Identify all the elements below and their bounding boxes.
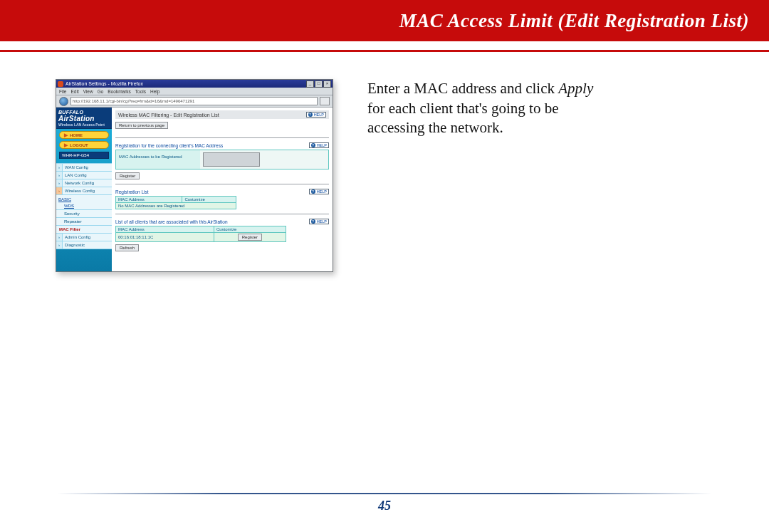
associated-clients-table: MAC Address Customize 00:16:01:18:11:1C … [115, 226, 286, 242]
table-row: 00:16:01:18:11:1C Register [116, 233, 286, 242]
help-button[interactable]: ? HELP [306, 112, 326, 118]
brand-sub: Wireless LAN Access Point [58, 122, 110, 127]
home-label: HOME [70, 133, 83, 137]
content-title: Wireless MAC Filtering - Edit Registrati… [118, 113, 219, 118]
close-button[interactable]: × [323, 80, 331, 88]
sidebar-item-repeater[interactable]: Repeater [56, 218, 112, 226]
arrow-icon: ▶ [64, 142, 68, 147]
sidebar-item-network[interactable]: › Network Config [56, 179, 112, 187]
help-button[interactable]: ? HELP [309, 219, 329, 224]
help-button[interactable]: ? HELP [309, 142, 329, 148]
sidebar-group-basic: BASIC [56, 195, 112, 202]
menu-edit[interactable]: Edit [70, 89, 78, 94]
sidebar-item-label: Wireless Config [63, 187, 112, 194]
chevron-right-icon: › [56, 164, 63, 171]
sidebar-item-lan[interactable]: › LAN Config [56, 172, 112, 179]
instruction-line1a: Enter a MAC address and click [367, 80, 558, 97]
menu-tools[interactable]: Tools [135, 89, 146, 94]
sidebar-menu: › WAN Config › LAN Config › Network Conf… [56, 163, 112, 249]
help-button[interactable]: ? HELP [309, 189, 329, 194]
minimize-button[interactable]: _ [306, 80, 314, 88]
col-customize: Customize [182, 197, 236, 203]
sidebar-item-label: Admin Config [63, 234, 112, 241]
page-heading: MAC Access Limit (Edit Registration List… [399, 10, 749, 32]
globe-icon [59, 97, 68, 106]
sidebar-item-label: LAN Config [63, 172, 112, 179]
row-register-button[interactable]: Register [238, 234, 262, 241]
sidebar-item-admin[interactable]: › Admin Config [56, 234, 112, 241]
instruction-em: Apply [558, 80, 593, 97]
firefox-icon [58, 81, 63, 87]
register-row: MAC Addresses to be Registered [115, 150, 329, 169]
address-bar: http://192.168.11.1/cgi-bin/cgi?req=frm&… [56, 95, 333, 108]
help-label: HELP [317, 189, 327, 194]
content-title-bar: Wireless MAC Filtering - Edit Registrati… [115, 110, 329, 119]
mac-cell: 00:16:01:18:11:1C [116, 233, 214, 242]
sidebar-item-label: Repeater [56, 218, 112, 225]
instruction-text: Enter a MAC address and click Apply for … [367, 79, 681, 138]
model-tag: WHR-HP-G54 [59, 152, 109, 159]
menu-help[interactable]: Help [150, 89, 159, 94]
menu-file[interactable]: File [59, 89, 66, 94]
chevron-right-icon: › [56, 172, 63, 179]
brand-top: BUFFALO [58, 110, 110, 115]
divider [115, 184, 329, 184]
register-label: MAC Addresses to be Registered [116, 150, 200, 169]
registration-list-table: MAC Address Customize No MAC Addresses a… [115, 196, 236, 209]
divider [115, 137, 329, 138]
sidebar-item-wireless[interactable]: › Wireless Config [56, 187, 112, 195]
main-panel: Wireless MAC Filtering - Edit Registrati… [112, 108, 333, 271]
brand-main: AirStation [58, 115, 110, 122]
footer: 45 [0, 493, 769, 513]
menu-view[interactable]: View [83, 89, 93, 94]
back-button[interactable]: Return to previous page [115, 122, 168, 129]
sidebar-item-security[interactable]: Security [56, 210, 112, 218]
help-icon: ? [311, 143, 315, 147]
chevron-right-icon: › [56, 234, 63, 241]
chevron-right-icon: › [56, 179, 63, 187]
mac-input[interactable] [203, 152, 260, 167]
help-label: HELP [317, 219, 327, 224]
banner-gap [0, 41, 769, 50]
page-number: 45 [0, 499, 769, 513]
section-register-label: Registration for the connecting client's… [115, 143, 223, 148]
menu-bar: File Edit View Go Bookmarks Tools Help [56, 88, 333, 95]
go-button[interactable] [320, 97, 330, 105]
sidebar-item-macfilter[interactable]: MAC Filter [56, 226, 112, 234]
logout-button[interactable]: ▶ LOGOUT [59, 141, 109, 149]
help-icon: ? [308, 113, 313, 117]
sidebar-item-label: Network Config [63, 179, 112, 187]
sidebar-item-label: WAN Config [63, 164, 112, 171]
sidebar-item-label: Diagnostic [63, 241, 112, 249]
sidebar-item-label: WDS [56, 202, 112, 209]
maximize-button[interactable]: □ [315, 80, 323, 88]
refresh-button[interactable]: Refresh [115, 244, 139, 251]
chevron-right-icon: › [56, 187, 63, 194]
section-assoc: List of all clients that are associated … [115, 219, 329, 224]
banner: MAC Access Limit (Edit Registration List… [0, 0, 769, 41]
arrow-icon: ▶ [64, 132, 68, 137]
col-mac: MAC Address [116, 226, 214, 233]
sidebar-item-diagnostic[interactable]: › Diagnostic [56, 241, 112, 249]
sidebar-item-wds[interactable]: WDS [56, 202, 112, 210]
url-input[interactable]: http://192.168.11.1/cgi-bin/cgi?req=frm&… [70, 97, 318, 105]
section-assoc-label: List of all clients that are associated … [115, 219, 228, 224]
help-icon: ? [311, 219, 315, 224]
menu-go[interactable]: Go [98, 89, 104, 94]
brand: BUFFALO AirStation Wireless LAN Access P… [56, 108, 112, 129]
chevron-right-icon: › [56, 241, 63, 249]
help-label: HELP [314, 113, 324, 117]
sidebar-item-label: MAC Filter [56, 226, 112, 233]
window-title: AirStation Settings - Mozilla Firefox [66, 81, 306, 86]
section-list-label: Registration List [115, 189, 149, 194]
sidebar-item-wan[interactable]: › WAN Config [56, 164, 112, 172]
register-button[interactable]: Register [115, 172, 140, 179]
col-mac: MAC Address [116, 197, 182, 203]
screenshot: AirStation Settings - Mozilla Firefox _ … [56, 79, 333, 272]
instruction-line3: accessing the network. [367, 119, 503, 136]
home-button[interactable]: ▶ HOME [59, 131, 109, 139]
section-register: Registration for the connecting client's… [115, 142, 329, 148]
menu-bookmarks[interactable]: Bookmarks [108, 89, 131, 94]
col-customize: Customize [214, 226, 286, 233]
help-icon: ? [311, 189, 315, 194]
